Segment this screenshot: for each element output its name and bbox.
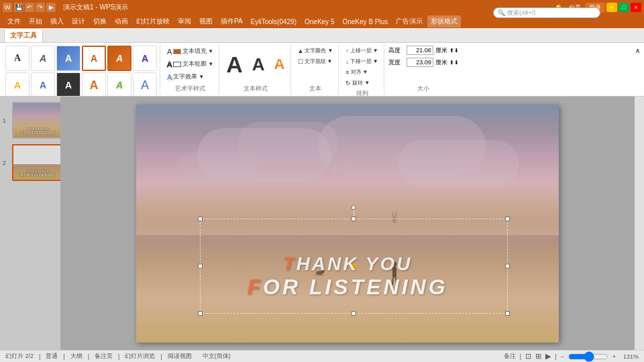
text-effect-btn[interactable]: A 文字效果 ▼	[164, 71, 207, 82]
preview-icon[interactable]: ▶	[46, 3, 56, 12]
handle-bl[interactable]	[198, 311, 203, 316]
menu-plugins[interactable]: 插件PA	[217, 15, 246, 27]
text-fill-btn[interactable]: A 文本填充 ▼	[164, 46, 216, 57]
menu-insert[interactable]: 插入	[47, 15, 67, 27]
redo-icon[interactable]: ↷	[36, 3, 45, 12]
view-outline[interactable]: 大纲	[70, 352, 83, 361]
ribbon: A A A A A A A A A A A A 插入艺术字	[0, 43, 644, 97]
close-button[interactable]: ×	[631, 3, 641, 12]
app-icon[interactable]: W	[3, 3, 12, 12]
wordart-style-5[interactable]: A	[107, 46, 131, 71]
align-btn[interactable]: ≡对齐▼	[343, 67, 370, 77]
height-row: 高度 厘米 ⬆⬇	[388, 46, 459, 55]
move-up-btn[interactable]: ↑上移一层▼	[343, 46, 380, 56]
bg-dropdown[interactable]: ▼	[327, 58, 333, 64]
rotation-handle[interactable]	[352, 205, 356, 210]
wordart-style-6[interactable]: A	[133, 46, 157, 71]
view-browse-icon[interactable]: ⊞	[535, 352, 541, 361]
slide-panel: 1 THANK YOU FOR LISTENING 2	[0, 97, 60, 350]
menu-onekey5[interactable]: OneKey 5	[301, 17, 337, 27]
width-arrows[interactable]: ⬆⬇	[449, 60, 459, 66]
slide-thumb-2[interactable]: THANK YOU FOR LISTENING	[12, 144, 60, 181]
handle-bm[interactable]	[352, 311, 356, 316]
handle-tr[interactable]	[505, 217, 510, 221]
handle-tl[interactable]	[198, 217, 203, 221]
menu-animations[interactable]: 动画	[111, 15, 131, 27]
wordart-size-small[interactable]: A	[272, 54, 288, 74]
wordart-style-3[interactable]: A	[56, 46, 80, 71]
menu-home[interactable]: 开始	[25, 15, 46, 27]
text-color-fill-btn[interactable]: ▲文字颜色 ▼	[295, 46, 336, 56]
wordart-style-group-label: 艺术字样式	[175, 84, 205, 93]
menu-view[interactable]: 视图	[196, 15, 216, 27]
undo-icon[interactable]: ↶	[25, 3, 34, 12]
zoom-out-btn[interactable]: −	[560, 353, 564, 360]
menu-review[interactable]: 审阅	[174, 15, 195, 27]
height-arrows[interactable]: ⬆⬇	[449, 48, 459, 54]
handle-tm[interactable]	[352, 217, 356, 221]
ribbon-collapse: ∧	[634, 44, 641, 95]
outline-color-swatch	[173, 62, 181, 67]
handle-br[interactable]	[505, 311, 510, 316]
wordart-style-9[interactable]: A	[56, 72, 80, 97]
notes-btn[interactable]: 备注	[504, 352, 516, 361]
search-bar[interactable]: 🔍 搜索(Alt+/)	[493, 7, 600, 18]
view-normal-icon[interactable]: ⊡	[525, 352, 531, 361]
wordart-size-large[interactable]: A	[223, 50, 246, 79]
save-icon[interactable]: 💾	[14, 3, 23, 12]
view-slideshow-icon[interactable]: ▶	[545, 352, 551, 361]
slide-text-thank: THANK YOU	[158, 253, 538, 275]
wordart-size-medium[interactable]: A	[250, 53, 268, 76]
wordart-style-4[interactable]: A	[82, 46, 106, 71]
status-separator-3: |	[88, 353, 89, 360]
slide-thumb-1[interactable]: THANK YOU FOR LISTENING	[12, 102, 60, 139]
wordart-styles-row: A A A A A A A A A A A A	[5, 46, 157, 97]
slide-sky	[136, 105, 559, 235]
status-separator-5: |	[160, 353, 162, 360]
tab-text-tools[interactable]: 文字工具	[4, 28, 43, 42]
view-notes[interactable]: 备注页	[95, 352, 113, 361]
text-outline-btn[interactable]: A 文本轮廓 ▼	[164, 58, 216, 70]
menu-ads[interactable]: 广告演示	[392, 15, 426, 27]
wordart-style-12[interactable]: A	[133, 72, 157, 97]
move-down-btn[interactable]: ↓下移一层▼	[343, 56, 380, 66]
text-style-group-label: 文本样式	[244, 84, 268, 93]
menu-design[interactable]: 设计	[68, 15, 89, 27]
rotate-btn[interactable]: ↻旋转▼	[343, 78, 372, 88]
view-reading[interactable]: 阅读视图	[168, 352, 192, 361]
minimize-button[interactable]: −	[606, 3, 617, 12]
width-input[interactable]	[407, 58, 433, 67]
slide-canvas[interactable]: THANK YOU FOR LISTENING	[136, 105, 559, 343]
wordart-style-8[interactable]: A	[31, 72, 55, 97]
slide-text-container[interactable]: THANK YOU FOR LISTENING	[158, 253, 538, 300]
text-bg-btn[interactable]: ☐文字底纹 ▼	[295, 56, 335, 66]
menu-eylitools[interactable]: EyliTools(0429)	[248, 17, 300, 27]
outline-dropdown-icon[interactable]: ▼	[208, 61, 213, 67]
menu-onekeyb[interactable]: OneKey B Plus	[339, 17, 391, 27]
view-browse[interactable]: 幻灯片浏览	[125, 352, 155, 361]
wordart-style-10[interactable]: A	[82, 72, 106, 97]
menu-transitions[interactable]: 切换	[90, 15, 110, 27]
wordart-style-7[interactable]: A	[5, 72, 30, 97]
size-content: 高度 厘米 ⬆⬇ 宽度 厘米 ⬆⬇	[388, 46, 459, 83]
view-normal[interactable]: 普通	[46, 352, 58, 361]
thank-highlight-T: T	[283, 253, 297, 274]
wordart-style-2[interactable]: A	[31, 46, 55, 71]
fill-dropdown-icon[interactable]: ▼	[208, 48, 213, 54]
zoom-slider[interactable]	[568, 353, 608, 360]
menu-slideshow[interactable]: 幻灯片放映	[133, 15, 173, 27]
right-scrollbar[interactable]	[635, 97, 644, 350]
zoom-level[interactable]: 131%	[620, 353, 639, 360]
fill-color-swatch	[173, 49, 181, 54]
color-fill-dropdown[interactable]: ▼	[327, 48, 333, 54]
wordart-style-11[interactable]: A	[107, 72, 131, 97]
ribbon-group-insert-wordart: A A A A A A A A A A A A 插入艺术字	[3, 44, 160, 95]
effect-dropdown-icon[interactable]: ▼	[199, 74, 204, 80]
height-input[interactable]	[407, 46, 433, 55]
zoom-in-btn[interactable]: +	[612, 353, 616, 360]
ribbon-collapse-btn[interactable]: ∧	[634, 46, 641, 56]
menu-shape-format[interactable]: 形状格式	[427, 15, 461, 27]
menu-file[interactable]: 文件	[4, 15, 24, 27]
maximize-button[interactable]: □	[619, 3, 629, 12]
wordart-style-1[interactable]: A	[5, 46, 30, 71]
